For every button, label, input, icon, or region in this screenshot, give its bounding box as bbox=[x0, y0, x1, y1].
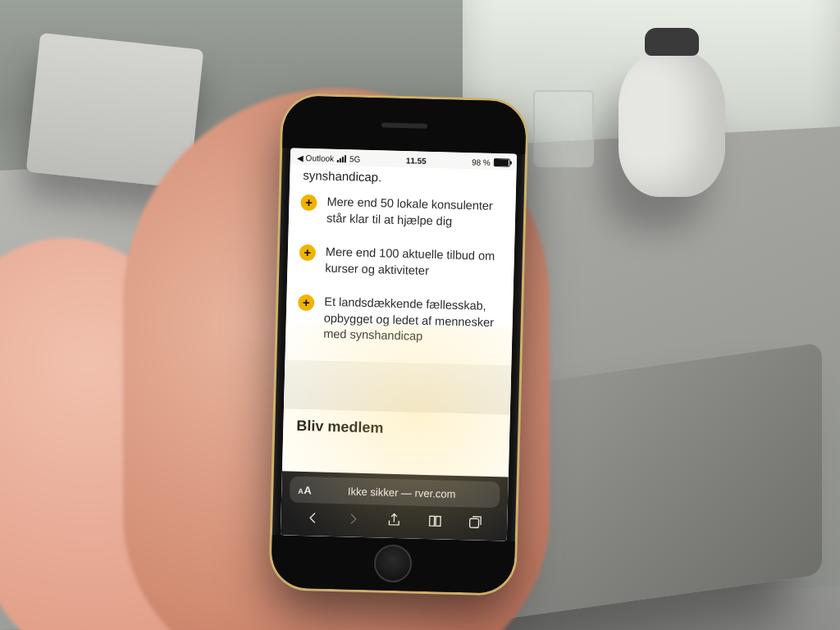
cut-off-text: synshandicap. bbox=[303, 168, 504, 187]
safari-toolbar bbox=[281, 502, 508, 537]
bookmarks-button[interactable] bbox=[427, 512, 444, 532]
phone-bezel-top bbox=[282, 95, 527, 154]
benefit-text: Mere end 50 lokale konsulenter står klar… bbox=[326, 194, 504, 231]
webpage-viewport[interactable]: synshandicap. + Mere end 50 lokale konsu… bbox=[282, 164, 517, 477]
list-item: + Et landsdækkende fællesskab, opbygget … bbox=[297, 294, 501, 347]
battery-pct: 98 % bbox=[472, 158, 491, 167]
thermos-jug bbox=[619, 49, 725, 197]
svg-rect-0 bbox=[470, 518, 479, 527]
safari-chrome: AA Ikke sikker — rver.com bbox=[281, 471, 509, 541]
list-item: + Mere end 50 lokale konsulenter står kl… bbox=[300, 194, 504, 231]
home-button[interactable] bbox=[373, 544, 412, 582]
photo-scene: ◀︎ Outlook 5G 11.55 98 % synshandicap. +… bbox=[0, 0, 840, 630]
benefits-list: + Mere end 50 lokale konsulenter står kl… bbox=[297, 194, 504, 347]
network-label: 5G bbox=[349, 154, 361, 163]
drinking-glass bbox=[533, 90, 594, 167]
back-button[interactable] bbox=[304, 509, 322, 529]
section-divider bbox=[284, 359, 511, 414]
back-to-app[interactable]: ◀︎ Outlook bbox=[297, 153, 335, 162]
list-item: + Mere end 100 aktuelle tilbud om kurser… bbox=[299, 244, 503, 281]
signal-icon bbox=[337, 154, 346, 162]
benefit-text: Mere end 100 aktuelle tilbud om kurser o… bbox=[325, 244, 503, 281]
phone-speaker bbox=[381, 122, 427, 128]
section-heading: Bliv medlem bbox=[296, 418, 498, 440]
url-display: Ikke sikker — rver.com bbox=[318, 484, 485, 500]
share-button[interactable] bbox=[386, 511, 403, 531]
iphone-device: ◀︎ Outlook 5G 11.55 98 % synshandicap. +… bbox=[271, 95, 527, 594]
text-size-button[interactable]: AA bbox=[298, 483, 312, 495]
plus-icon: + bbox=[299, 244, 317, 262]
forward-button[interactable] bbox=[345, 510, 362, 530]
tabs-button[interactable] bbox=[467, 514, 484, 533]
battery-icon bbox=[494, 158, 510, 167]
plus-icon: + bbox=[298, 294, 315, 312]
phone-screen: ◀︎ Outlook 5G 11.55 98 % synshandicap. +… bbox=[281, 148, 517, 541]
phone-bezel-bottom bbox=[271, 535, 515, 594]
benefit-text: Et landsdækkende fællesskab, opbygget og… bbox=[323, 294, 501, 347]
plus-icon: + bbox=[300, 194, 317, 212]
clock: 11.55 bbox=[406, 156, 427, 166]
